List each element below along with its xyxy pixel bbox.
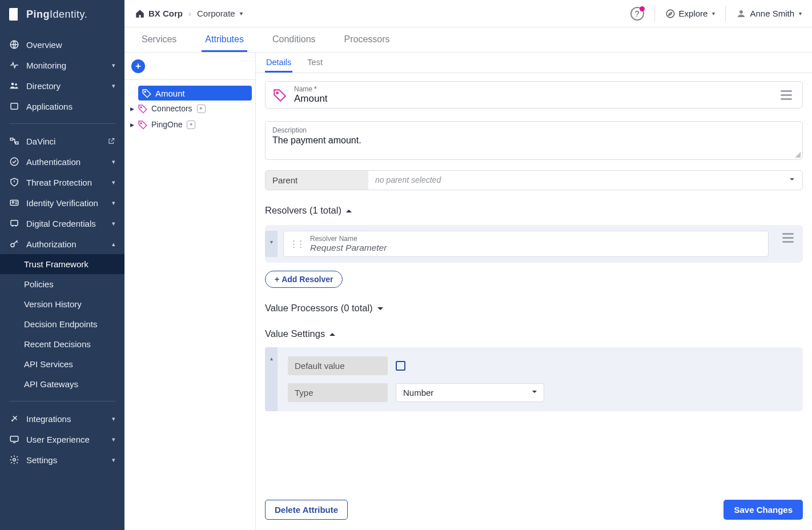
svg-rect-5 [15, 142, 18, 144]
attribute-menu-button[interactable] [778, 88, 794, 102]
nav-label: Identity Verification [26, 198, 98, 208]
chevron-up-icon: ▴ [112, 240, 115, 248]
description-label: Description [272, 126, 795, 134]
add-resolver-button[interactable]: +Add Resolver [265, 271, 343, 288]
detail-tab-details[interactable]: Details [265, 58, 292, 73]
tag-icon [142, 88, 152, 98]
tab-attributes[interactable]: Attributes [202, 34, 247, 52]
tree-item-connectors[interactable]: ▸ Connectors ✦ [128, 101, 252, 117]
credential-icon [9, 218, 19, 228]
tab-services[interactable]: Services [138, 34, 180, 52]
type-select[interactable]: Number [396, 383, 544, 402]
user-label: Anne Smith [750, 9, 794, 18]
plus-icon: + [275, 275, 279, 284]
external-link-icon [107, 137, 115, 145]
nav-label: Overview [26, 40, 62, 50]
resolver-collapse-button[interactable]: ▾ [265, 231, 278, 257]
add-attribute-button[interactable]: + [131, 59, 145, 73]
user-menu[interactable]: Anne Smith▾ [736, 9, 802, 19]
resolver-name-input[interactable]: Request Parameter [310, 243, 762, 253]
value-settings-title: Value Settings [265, 328, 325, 339]
nav-settings[interactable]: Settings▾ [0, 449, 124, 470]
svg-point-13 [666, 10, 674, 18]
resolver-menu-button[interactable] [780, 231, 796, 257]
parent-value[interactable]: no parent selected [368, 171, 802, 190]
tree-item-amount[interactable]: Amount [138, 86, 252, 101]
nav-divider [9, 123, 115, 124]
globe-icon [9, 39, 19, 50]
nav-sub-policies[interactable]: Policies [0, 274, 124, 294]
parent-field[interactable]: Parent no parent selected [265, 170, 803, 190]
tab-conditions[interactable]: Conditions [269, 34, 319, 52]
resolvers-section-header[interactable]: Resolvers (1 total) [265, 205, 803, 216]
people-icon [9, 81, 19, 91]
value-settings-section-header[interactable]: Value Settings [265, 328, 803, 339]
value-processors-section-header[interactable]: Value Processors (0 total) [265, 303, 803, 314]
name-field-row: Name* Amount [265, 81, 803, 109]
nav-directory[interactable]: Directory▾ [0, 75, 124, 96]
help-icon[interactable]: ? [630, 7, 644, 21]
nav-davinci[interactable]: DaVinci [0, 131, 124, 151]
svg-rect-7 [10, 200, 18, 206]
tree-item-pingone[interactable]: ▸ PingOne ✦ [128, 117, 252, 132]
tree-item-label: Amount [155, 89, 185, 98]
nav-label: Authentication [26, 157, 81, 167]
svg-rect-9 [11, 220, 18, 226]
breadcrumb-sep: › [188, 9, 191, 18]
breadcrumb-env[interactable]: Corporate [197, 9, 235, 18]
delete-attribute-button[interactable]: Delete Attribute [265, 500, 348, 520]
description-field[interactable]: Description The payment amount. [265, 121, 803, 160]
nav-sub-api-services[interactable]: API Services [0, 354, 124, 374]
name-input[interactable]: Amount [294, 93, 773, 105]
lock-badge-icon: ✦ [187, 121, 195, 129]
parent-label: Parent [266, 171, 368, 190]
svg-point-10 [11, 243, 14, 247]
tree-panel: + Amount ▸ Connectors ✦ [124, 53, 256, 530]
nav-sub-version-history[interactable]: Version History [0, 294, 124, 314]
breadcrumb-org: BX Corp [148, 9, 183, 18]
nav-digital-credentials[interactable]: Digital Credentials▾ [0, 213, 124, 234]
svg-point-12 [13, 459, 16, 461]
nav-monitoring[interactable]: Monitoring▾ [0, 55, 124, 75]
explore-menu[interactable]: Explore▾ [665, 9, 715, 19]
tab-processors[interactable]: Processors [341, 34, 393, 52]
svg-rect-11 [10, 436, 18, 441]
nav-sub-recent-decisions[interactable]: Recent Decisions [0, 334, 124, 354]
tree-item-label: PingOne [151, 120, 182, 129]
detail-tab-test[interactable]: Test [306, 58, 324, 73]
value-settings-collapse-button[interactable]: ▴ [265, 347, 278, 411]
nav-threat[interactable]: Threat Protection▾ [0, 172, 124, 192]
brand-logo: PingPingIdentity.Identity. [0, 0, 124, 34]
drag-handle-icon[interactable]: ⋮⋮ [290, 239, 303, 249]
tree-item-label: Connectors [151, 104, 192, 113]
tag-icon [138, 119, 148, 130]
nav-identity-verification[interactable]: Identity Verification▾ [0, 192, 124, 213]
resolver-item: ▾ ⋮⋮ Resolver Name Request Parameter [265, 225, 803, 263]
chevron-down-icon: ▾ [112, 179, 115, 186]
nav-authorization[interactable]: Authorization▴ [0, 234, 124, 254]
nav-integrations[interactable]: Integrations▾ [0, 408, 124, 429]
svg-point-1 [11, 83, 14, 86]
user-icon [736, 9, 746, 19]
nav-sub-api-gateways[interactable]: API Gateways [0, 374, 124, 394]
chevron-down-icon: ▾ [112, 82, 115, 90]
nav-sub-decision-endpoints[interactable]: Decision Endpoints [0, 314, 124, 334]
nav-label: Threat Protection [26, 178, 92, 187]
chevron-down-icon: ▾ [240, 10, 243, 17]
nav-applications[interactable]: Applications [0, 96, 124, 117]
nav-authentication[interactable]: Authentication▾ [0, 151, 124, 172]
svg-point-6 [10, 158, 18, 166]
chevron-down-icon: ▾ [712, 10, 715, 17]
lock-badge-icon: ✦ [197, 105, 206, 113]
nav-user-experience[interactable]: User Experience▾ [0, 429, 124, 449]
save-changes-button[interactable]: Save Changes [723, 500, 803, 520]
default-value-checkbox[interactable] [396, 361, 405, 371]
nav-overview[interactable]: Overview [0, 34, 124, 55]
topbar: BX Corp › Corporate ▾ ? Explore▾ Anne Sm… [124, 0, 812, 27]
nav-sub-trust-framework[interactable]: Trust Framework [0, 254, 124, 274]
sidebar: PingPingIdentity.Identity. Overview Moni… [0, 0, 124, 530]
caret-right-icon: ▸ [130, 120, 134, 129]
breadcrumb[interactable]: BX Corp › Corporate ▾ [135, 9, 243, 19]
svg-point-14 [739, 10, 743, 14]
svg-point-8 [12, 202, 14, 203]
